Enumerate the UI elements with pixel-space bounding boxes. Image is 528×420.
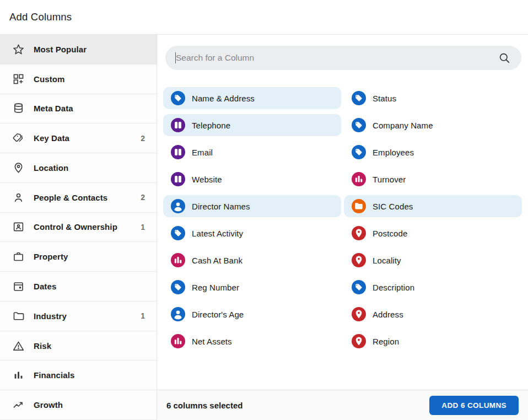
column-option-employees[interactable]: Employees bbox=[344, 141, 522, 163]
add-columns-button[interactable]: ADD 6 COLUMNS bbox=[429, 396, 519, 415]
bar-chart-icon bbox=[12, 369, 25, 382]
person-icon bbox=[171, 199, 185, 213]
dialog-footer: 6 columns selected ADD 6 COLUMNS bbox=[157, 390, 528, 420]
tag-icon bbox=[171, 280, 185, 294]
sidebar-item-label: Property bbox=[34, 252, 68, 261]
column-option-director-names[interactable]: Director Names bbox=[163, 195, 341, 217]
sidebar-item-label: Control & Ownership bbox=[34, 222, 117, 231]
sidebar-item-label: Location bbox=[34, 163, 68, 173]
sidebar-item-control-ownership[interactable]: Control & Ownership 1 bbox=[0, 213, 157, 243]
contacts-icon bbox=[171, 172, 185, 186]
sidebar-item-count: 2 bbox=[141, 193, 145, 202]
calendar-icon bbox=[12, 280, 25, 293]
column-option-label: Reg Number bbox=[192, 283, 239, 292]
sidebar-item-dates[interactable]: Dates bbox=[0, 272, 157, 301]
sidebar-item-label: Dates bbox=[34, 282, 56, 291]
column-option-company-name[interactable]: Company Name bbox=[344, 114, 522, 136]
sidebar-item-count: 2 bbox=[141, 134, 145, 143]
column-option-label: Region bbox=[373, 337, 399, 346]
column-option-label: Director's Age bbox=[192, 310, 244, 319]
column-option-label: Website bbox=[192, 175, 222, 184]
column-option-region[interactable]: Region bbox=[344, 330, 522, 352]
column-option-turnover[interactable]: Turnover bbox=[344, 168, 522, 190]
sidebar-item-custom[interactable]: Custom bbox=[0, 64, 157, 94]
column-option-address[interactable]: Address bbox=[344, 303, 522, 325]
column-option-status[interactable]: Status bbox=[344, 87, 522, 109]
column-option-label: Status bbox=[373, 94, 396, 103]
search-icon[interactable] bbox=[498, 52, 510, 64]
map-pin-icon bbox=[12, 161, 25, 174]
column-option-label: Latest Activity bbox=[192, 229, 243, 238]
sidebar-item-financials[interactable]: Financials bbox=[0, 360, 157, 390]
column-option-locality[interactable]: Locality bbox=[344, 249, 522, 271]
pin-icon bbox=[352, 307, 366, 321]
column-option-label: Postcode bbox=[373, 229, 407, 238]
column-option-label: Address bbox=[373, 310, 403, 319]
star-icon bbox=[12, 42, 25, 56]
column-option-label: Locality bbox=[373, 256, 401, 265]
sidebar-item-label: Growth bbox=[34, 400, 63, 410]
column-option-latest-activity[interactable]: Latest Activity bbox=[163, 222, 341, 244]
column-option-description[interactable]: Description bbox=[344, 276, 522, 298]
search-area bbox=[157, 35, 528, 70]
sidebar-item-count: 1 bbox=[141, 223, 145, 231]
chart-icon bbox=[171, 253, 185, 267]
column-option-email[interactable]: Email bbox=[163, 141, 341, 163]
column-option-label: SIC Codes bbox=[373, 202, 413, 211]
sidebar-item-location[interactable]: Location bbox=[0, 153, 157, 183]
sidebar-item-meta-data[interactable]: Meta Data bbox=[0, 94, 157, 124]
search-bar bbox=[165, 46, 521, 70]
sidebar-item-label: Risk bbox=[34, 341, 51, 351]
sidebar-item-label: Key Data bbox=[34, 133, 69, 143]
folder-icon bbox=[352, 199, 366, 213]
page-title: Add Columns bbox=[9, 11, 72, 23]
sidebar-item-most-popular[interactable]: Most Popular bbox=[0, 35, 157, 64]
column-option-net-assets[interactable]: Net Assets bbox=[163, 330, 341, 352]
sidebar-item-risk[interactable]: Risk bbox=[0, 331, 157, 361]
dialog-body: Most Popular Custom Meta Data Key Data 2… bbox=[0, 35, 528, 420]
column-option-telephone[interactable]: Telephone bbox=[163, 114, 341, 136]
chart-icon bbox=[352, 172, 366, 186]
search-input[interactable] bbox=[165, 46, 521, 70]
custom-grid-icon bbox=[12, 72, 25, 85]
tag-icon bbox=[171, 91, 185, 105]
column-option-label: Net Assets bbox=[192, 337, 232, 346]
briefcase-icon bbox=[12, 250, 25, 263]
dialog-header: Add Columns bbox=[0, 0, 528, 35]
sidebar-item-label: People & Contacts bbox=[34, 193, 107, 202]
pin-icon bbox=[352, 334, 366, 348]
person-icon bbox=[12, 191, 25, 204]
column-options-grid: Name & Address Status Telephone Company … bbox=[157, 87, 528, 390]
column-option-reg-number[interactable]: Reg Number bbox=[163, 276, 341, 298]
column-option-label: Company Name bbox=[373, 121, 433, 130]
warning-icon bbox=[12, 339, 25, 352]
chart-icon bbox=[171, 334, 185, 348]
sidebar: Most Popular Custom Meta Data Key Data 2… bbox=[0, 35, 157, 420]
column-option-label: Turnover bbox=[373, 175, 406, 184]
text-caret bbox=[175, 52, 176, 63]
contacts-icon bbox=[171, 118, 185, 132]
person-icon bbox=[171, 307, 185, 321]
trending-up-icon bbox=[12, 399, 25, 412]
column-option-postcode[interactable]: Postcode bbox=[344, 222, 522, 244]
pin-icon bbox=[352, 226, 366, 240]
sidebar-item-people-contacts[interactable]: People & Contacts 2 bbox=[0, 183, 157, 213]
column-option-name-address[interactable]: Name & Address bbox=[163, 87, 341, 109]
column-option-website[interactable]: Website bbox=[163, 168, 341, 190]
sidebar-item-label: Meta Data bbox=[34, 104, 73, 113]
sidebar-item-growth[interactable]: Growth bbox=[0, 390, 157, 420]
sidebar-item-label: Most Popular bbox=[34, 45, 87, 54]
column-option-label: Director Names bbox=[192, 202, 250, 211]
sidebar-item-key-data[interactable]: Key Data 2 bbox=[0, 123, 157, 153]
column-option-sic-codes[interactable]: SIC Codes bbox=[344, 195, 522, 217]
tag-icon bbox=[352, 118, 366, 132]
sidebar-item-industry[interactable]: Industry 1 bbox=[0, 301, 157, 331]
column-option-cash-at-bank[interactable]: Cash At Bank bbox=[163, 249, 341, 271]
column-option-director-s-age[interactable]: Director's Age bbox=[163, 303, 341, 325]
sidebar-item-property[interactable]: Property bbox=[0, 242, 157, 272]
sidebar-item-count: 1 bbox=[141, 311, 145, 320]
selection-status: 6 columns selected bbox=[166, 401, 243, 410]
main-panel: Name & Address Status Telephone Company … bbox=[157, 35, 528, 420]
column-option-label: Employees bbox=[373, 148, 414, 157]
tag-icon bbox=[352, 91, 366, 105]
